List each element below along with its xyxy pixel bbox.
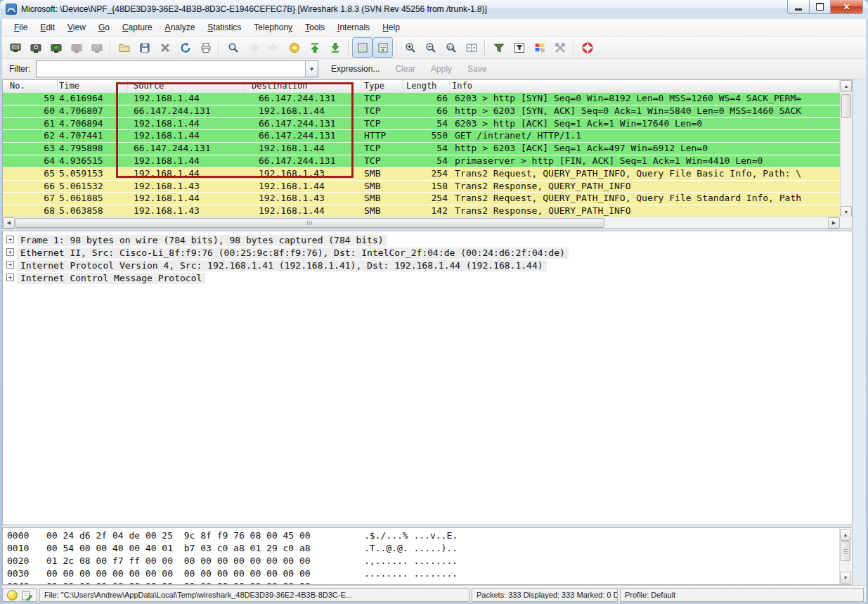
hex-row-0030[interactable]: 003000 00 00 00 00 00 00 00 00 00 00 00 … [3,567,852,580]
display-filter-button[interactable] [509,37,529,58]
packet-cell-time[interactable]: 4.616964 [58,93,128,105]
hex-bytes[interactable]: 00 54 00 00 40 00 40 01 b7 03 c0 a8 01 2… [46,542,364,554]
detail-row[interactable]: +Frame 1: 98 bytes on wire (784 bits), 9… [3,233,852,245]
packet-row-67[interactable]: 675.061885192.168.1.44192.168.1.43SMB254… [3,193,840,205]
packet-cell-time[interactable]: 5.063858 [58,205,128,217]
menu-telephony[interactable]: Telephony [247,20,299,34]
capture-options-button[interactable] [25,37,46,58]
packet-cell-destination[interactable]: 66.147.244.131 [245,93,361,105]
packet-cell-source[interactable]: 192.168.1.44 [128,118,245,130]
packet-cell-source[interactable]: 66.147.244.131 [128,105,245,117]
scroll-down-arrow[interactable]: ▼ [840,572,851,584]
packet-cell-source[interactable]: 192.168.1.44 [128,130,245,142]
hex-row-0010[interactable]: 001000 54 00 00 40 00 40 01 b7 03 c0 a8 … [3,542,852,555]
menu-edit[interactable]: Edit [34,20,61,34]
packet-cell-source[interactable]: 192.168.1.44 [128,155,245,167]
coloring-rules-button[interactable] [529,37,550,58]
packet-cell-type[interactable]: HTTP [361,130,403,142]
packet-cell-source[interactable]: 192.168.1.44 [128,193,245,205]
restart-capture-button[interactable] [86,37,107,58]
maximize-button[interactable] [810,0,831,14]
packet-cell-time[interactable]: 4.706894 [58,118,128,130]
packet-cell-time[interactable]: 5.061532 [58,181,128,193]
packet-row-63[interactable]: 634.79589866.147.244.131192.168.1.44TCP5… [3,143,840,155]
expert-info-icon[interactable] [7,590,18,600]
help-button[interactable] [577,37,597,58]
scroll-up-arrow[interactable]: ▲ [840,529,851,541]
packet-cell-source[interactable]: 192.168.1.44 [128,168,245,180]
packet-cell-no[interactable]: 63 [3,143,58,155]
column-header-destination[interactable]: Destination [245,80,361,93]
packet-cell-time[interactable]: 4.795898 [58,143,128,155]
packet-cell-info[interactable]: GET /intranet/ HTTP/1.1 [450,130,840,142]
packet-cell-type[interactable]: TCP [361,118,403,130]
packet-cell-type[interactable]: SMB [361,168,403,180]
packet-cell-time[interactable]: 5.061885 [58,193,128,205]
preferences-button[interactable] [550,37,570,58]
packet-row-65[interactable]: 655.059153192.168.1.44192.168.1.43SMB254… [3,168,840,181]
packet-cell-length[interactable]: 54 [403,143,450,155]
hex-bytes[interactable]: 00 00 00 00 00 00 00 00 00 00 00 00 00 0… [46,580,364,585]
filter-dropdown-button[interactable]: ▼ [305,61,318,77]
resize-columns-button[interactable] [461,37,481,58]
detail-row[interactable]: +Internet Protocol Version 4, Src: 192.1… [3,259,852,271]
packet-cell-info[interactable]: Trans2 Request, QUERY_PATH_INFO, Query F… [450,168,840,180]
column-header-source[interactable]: Source [128,80,245,93]
scroll-right-arrow[interactable]: ▶ [828,217,840,229]
menu-help[interactable]: Help [376,20,406,34]
save-file-button[interactable] [134,37,155,58]
close-button[interactable]: ✕ [831,0,863,14]
auto-scroll-button[interactable] [373,37,393,58]
packet-cell-time[interactable]: 4.936515 [58,155,128,167]
open-file-button[interactable] [114,37,134,58]
packet-list-vscrollbar[interactable]: ▲ ▼ [840,80,852,218]
close-file-button[interactable] [155,37,175,58]
list-interfaces-button[interactable] [5,37,25,58]
hex-ascii[interactable]: .,...... ........ [364,555,458,566]
packet-cell-length[interactable]: 54 [403,118,450,130]
packet-row-60[interactable]: 604.70680766.147.244.131192.168.1.44TCP6… [3,105,840,118]
packet-cell-type[interactable]: SMB [361,205,403,217]
detail-row[interactable]: +Ethernet II, Src: Cisco-Li_8f:f9:76 (00… [3,246,852,258]
zoom-100-button[interactable]: 1:1 [441,37,461,58]
packet-cell-destination[interactable]: 192.168.1.44 [245,181,361,193]
menu-analyze[interactable]: Analyze [159,20,202,34]
packet-cell-type[interactable]: TCP [361,105,403,117]
packet-cell-type[interactable]: TCP [361,143,403,155]
vscroll-thumb[interactable] [841,541,850,561]
menu-capture[interactable]: Capture [116,20,159,34]
packet-cell-no[interactable]: 65 [3,168,58,180]
packet-cell-no[interactable]: 68 [3,205,58,217]
filter-input[interactable] [37,61,305,77]
packet-cell-length[interactable]: 158 [403,181,450,193]
hex-bytes[interactable]: 00 24 d6 2f 04 de 00 25 9c 8f f9 76 08 0… [46,529,364,541]
colorize-packets-button[interactable] [352,37,373,58]
expander-icon[interactable]: + [6,261,14,269]
expander-icon[interactable]: + [6,248,14,256]
packet-cell-info[interactable]: Trans2 Response, QUERY_PATH_INFO [450,181,840,193]
column-header-info[interactable]: Info [450,80,840,93]
find-packet-button[interactable] [223,37,243,58]
hex-vscrollbar[interactable]: ▲ ▼ [839,529,851,584]
packet-cell-time[interactable]: 4.706807 [58,105,128,117]
column-header-length[interactable]: Length [403,80,450,93]
zoom-out-button[interactable] [420,37,441,58]
packet-cell-no[interactable]: 64 [3,155,58,167]
column-header-time[interactable]: Time [58,80,128,93]
packet-cell-length[interactable]: 142 [403,205,450,217]
hex-row-0040[interactable]: 004000 00 00 00 00 00 00 00 00 00 00 00 … [3,580,852,585]
hex-row-0000[interactable]: 000000 24 d6 2f 04 de 00 25 9c 8f f9 76 … [3,529,852,542]
packet-row-59[interactable]: 594.616964192.168.1.4466.147.244.131TCP6… [3,93,840,105]
packet-cell-source[interactable]: 192.168.1.44 [128,93,245,105]
packet-row-64[interactable]: 644.936515192.168.1.4466.147.244.131TCP5… [3,155,840,168]
packet-cell-length[interactable]: 66 [403,105,450,117]
packet-cell-no[interactable]: 66 [3,181,58,193]
capture-comment-icon[interactable] [22,590,32,600]
hex-ascii[interactable]: .$./...% ...v..E. [364,530,458,541]
packet-cell-length[interactable]: 54 [403,155,450,167]
hex-ascii[interactable]: ........ ........ [364,568,458,579]
print-button[interactable] [195,37,216,58]
packet-cell-no[interactable]: 59 [3,93,58,105]
hex-bytes[interactable]: 01 2c 08 00 f7 ff 00 00 00 00 00 00 00 0… [46,555,364,567]
minimize-button[interactable] [787,0,810,14]
